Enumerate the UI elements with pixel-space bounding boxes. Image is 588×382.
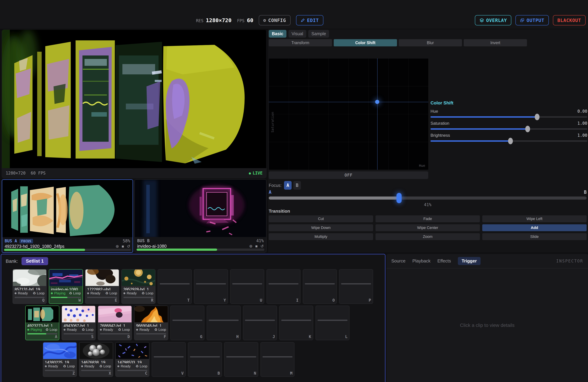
- clip-slot-F[interactable]: 9669048-hd_1920…Ready♻LoopF: [134, 306, 168, 340]
- clip-slot-empty-T[interactable]: T: [158, 269, 192, 304]
- xy-pad-handle[interactable]: [375, 100, 379, 104]
- transition-wipe-down[interactable]: Wipe Down: [269, 224, 373, 231]
- param-slider-handle[interactable]: [508, 138, 513, 144]
- param-slider-brightness[interactable]: [431, 140, 587, 142]
- effects-tab-visual[interactable]: Visual: [289, 30, 306, 38]
- effect-slot-invert[interactable]: Invert: [464, 39, 527, 46]
- clip-slot-empty-G[interactable]: G: [170, 306, 204, 340]
- param-slider-fill: [431, 128, 528, 130]
- clip-key-label: I: [267, 298, 300, 304]
- pencil-icon: [300, 18, 305, 22]
- transition-fade[interactable]: Fade: [376, 215, 480, 222]
- clip-slot-empty-V[interactable]: V: [152, 342, 186, 377]
- clip-thumbnail-fire: [134, 306, 168, 322]
- transition-cut[interactable]: Cut: [269, 215, 373, 222]
- clip-slot-D[interactable]: 7686842-hd_1920…Ready♻LoopD: [98, 306, 132, 340]
- clip-slot-A[interactable]: 4923273-hd_1920…Playing♻LoopA: [25, 306, 59, 340]
- clip-slot-Q[interactable]: 857131-hd_1920_1…Ready♻LoopQ: [13, 269, 47, 304]
- transition-add[interactable]: Add: [482, 224, 587, 231]
- edit-button[interactable]: EDIT: [296, 15, 323, 25]
- param-value: 0.00: [577, 109, 587, 114]
- effect-off-button[interactable]: OFF: [269, 172, 428, 179]
- clip-slot-empty-P[interactable]: P: [339, 269, 373, 304]
- param-slider-hue[interactable]: [431, 116, 587, 118]
- status-dot-icon: [87, 292, 89, 294]
- clip-slot-empty-B[interactable]: B: [188, 342, 222, 377]
- effect-slot-color-shift[interactable]: Color Shift: [334, 39, 397, 46]
- crossfader-handle[interactable]: [397, 193, 402, 203]
- clip-slot-empty-Y[interactable]: Y: [194, 269, 228, 304]
- clip-progress-fill: [51, 297, 67, 298]
- overlay-button-label: OVERLAY: [486, 18, 507, 23]
- effect-slot-blur[interactable]: Blur: [399, 39, 462, 46]
- focus-button-a[interactable]: A: [284, 181, 292, 190]
- transition-wipe-left[interactable]: Wipe Left: [482, 215, 587, 222]
- effect-slot-transform[interactable]: Transform: [269, 39, 332, 46]
- blackout-button[interactable]: BLACKOUT: [553, 15, 586, 25]
- clip-slot-empty-M[interactable]: M: [260, 342, 294, 377]
- param-slider-handle[interactable]: [535, 114, 540, 120]
- clip-slot-empty-L[interactable]: L: [315, 306, 350, 340]
- clip-slot-empty-H[interactable]: H: [207, 306, 241, 340]
- clip-slot-empty-K[interactable]: K: [279, 306, 313, 340]
- clip-slot-empty-J[interactable]: J: [243, 306, 277, 340]
- clip-thumbnail-water-gray: [13, 269, 46, 286]
- restart-icon[interactable]: ↺: [260, 244, 264, 248]
- inspector-tab-effects[interactable]: Effects: [437, 258, 451, 264]
- clip-name: 9669048-hd_1920…: [134, 322, 168, 327]
- effects-tab-sample[interactable]: Sample: [308, 30, 329, 38]
- bank-setlist-button[interactable]: Setlist 1: [21, 257, 48, 265]
- clip-slot-C[interactable]: 14798533_1920_10…Ready♻LoopC: [115, 342, 149, 377]
- fps-value: 60: [247, 17, 253, 23]
- clip-row-3: 14380225_1920_10…Ready♻LoopZ14676838_192…: [43, 342, 294, 377]
- clip-slot-empty-O[interactable]: O: [303, 269, 337, 304]
- sync-icon[interactable]: ⊛: [116, 244, 119, 249]
- overlay-button[interactable]: OVERLAY: [475, 15, 511, 25]
- param-slider-fill: [431, 140, 510, 142]
- transition-slide[interactable]: Slide: [482, 233, 587, 240]
- edit-button-label: EDIT: [307, 18, 319, 23]
- clip-slot-empty-U[interactable]: U: [230, 269, 264, 304]
- effects-tabs: BasicVisualSample: [269, 30, 329, 38]
- loop-icon: ♻: [33, 291, 36, 295]
- clip-slot-W[interactable]: invideo-ai-1080Playing♻LoopW: [49, 269, 83, 304]
- crossfader-track[interactable]: [269, 196, 587, 200]
- res-value: 1280×720: [206, 17, 231, 23]
- clip-slot-empty-N[interactable]: N: [224, 342, 258, 377]
- bus-b-label: BUS B: [137, 238, 149, 243]
- status-dot-icon: [51, 292, 53, 294]
- transition-wipe-center[interactable]: Wipe Center: [376, 224, 480, 231]
- loop-icon: ♻: [105, 291, 108, 295]
- clip-slot-empty-I[interactable]: I: [267, 269, 300, 304]
- gear-icon: ⚙: [263, 18, 266, 23]
- clip-slot-R[interactable]: 3952928-hd_1920…Ready♻LoopR: [121, 269, 155, 304]
- clip-key-label: C: [116, 371, 149, 377]
- stop-icon[interactable]: ■: [122, 244, 124, 249]
- inspector-tab-source[interactable]: Source: [391, 258, 405, 264]
- bus-b-panel[interactable]: BUS B 41% invideo-ai-1080 ⊛ ■ ↺: [134, 179, 267, 252]
- inspector-tab-trigger[interactable]: Trigger: [458, 257, 481, 265]
- param-slider-saturation[interactable]: [431, 128, 587, 130]
- inspector-tab-playback[interactable]: Playback: [412, 258, 431, 264]
- clip-bank-panel: Bank: Setlist 1 857131-hd_1920_1…Ready♻L…: [1, 254, 385, 382]
- clip-slot-S[interactable]: 4943067-hd_1920…Ready♻LoopS: [62, 306, 96, 340]
- output-button[interactable]: OUTPUT: [515, 15, 549, 25]
- param-slider-handle[interactable]: [525, 126, 530, 132]
- stop-icon[interactable]: ■: [255, 244, 258, 248]
- transition-zoom[interactable]: Zoom: [376, 233, 480, 240]
- effects-tab-basic[interactable]: Basic: [269, 30, 286, 38]
- config-button[interactable]: ⚙ CONFIG: [259, 15, 290, 25]
- clip-key-label: V: [152, 371, 185, 377]
- transition-multiply[interactable]: Multiply: [269, 233, 373, 240]
- sync-icon[interactable]: ⊛: [249, 244, 252, 248]
- param-value: 1.00: [577, 121, 587, 126]
- clip-slot-X[interactable]: 14676838_1920_10…Ready♻LoopX: [79, 342, 113, 377]
- focus-button-b[interactable]: B: [293, 181, 301, 190]
- clip-status-label: Ready: [67, 328, 77, 332]
- clip-status-label: Ready: [90, 291, 100, 295]
- xy-pad[interactable]: Saturation Hue: [269, 58, 428, 170]
- clip-slot-Z[interactable]: 14380225_1920_10…Ready♻LoopZ: [43, 342, 77, 377]
- clip-slot-E[interactable]: 1722882-uhd_384…Ready♻LoopE: [85, 269, 119, 304]
- bus-a-panel[interactable]: BUS A FOCUS 58% 4923273-hd_1920_1080_24f…: [2, 179, 133, 253]
- restart-icon[interactable]: ↺: [127, 244, 130, 249]
